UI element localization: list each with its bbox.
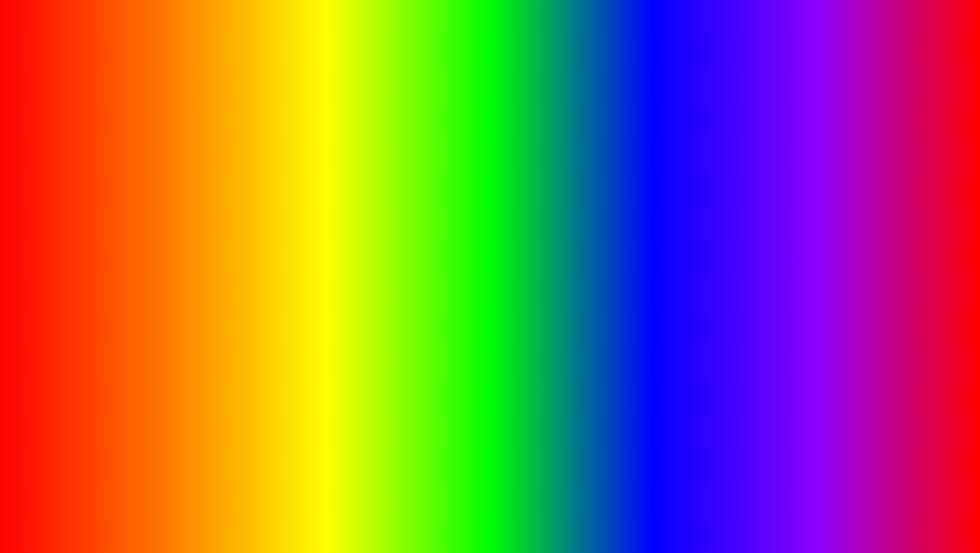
electric-claw-checkbox[interactable] <box>314 239 320 245</box>
rp-nav-bolt-icon[interactable]: ⚡ <box>694 313 702 321</box>
farm-no-quest-label: Auto Farm (No Quest) <box>72 224 121 230</box>
quest-section-title: [ \\ Swords Quest // ] <box>274 191 320 196</box>
kill-aura-checkbox[interactable] <box>747 223 753 229</box>
monster-info: Monster : Snow Demon [Lv. 2425] <box>61 191 137 196</box>
feature-text-left: NO MISS SKILL <box>56 157 251 188</box>
rp-nav-game-icon[interactable]: 🎮 <box>799 313 808 321</box>
nav-cart-icon[interactable]: 🛒 <box>253 313 262 321</box>
farm-no-quest-checkbox[interactable] <box>148 224 154 230</box>
island-esp-checkbox[interactable] <box>913 259 919 265</box>
rp-nav-gift-icon[interactable]: 🎁 <box>667 313 676 321</box>
nav-face-icon[interactable]: 😊 <box>226 313 235 321</box>
devil-fruit-esp-checkbox[interactable] <box>913 241 919 247</box>
super-human-checkbox[interactable] <box>314 221 320 227</box>
auto-awaken-checkbox[interactable] <box>747 241 753 247</box>
bottom-pastebin: PASTEBIN <box>642 487 824 528</box>
right-panel-nav: 🎁 ⚡ 📊 👥 👁 🎮 😊 🛒 ⊞ 👤 <box>656 308 923 324</box>
farm-boss-icon <box>61 251 69 257</box>
auto-next-island-checkbox[interactable] <box>747 250 753 256</box>
sharkman-item: Auto Sharkman Karate <box>161 228 321 237</box>
npc-esp-label: Npc ESP <box>762 269 782 274</box>
death-step-item: Auto Death Step <box>161 210 321 219</box>
farm-chest-checkbox[interactable] <box>148 242 154 248</box>
chest-esp-label: Chest ESP <box>762 223 787 229</box>
death-step-checkbox[interactable] <box>314 212 320 218</box>
nav-game-icon[interactable]: 🎮 <box>200 313 209 321</box>
right-panel-buttons: Buy Special Microchip 🍄 ⚡ Start Raid ⚡ <box>656 189 923 218</box>
farm-boss-item: Auto Farm Boss <box>60 250 155 259</box>
kill-aura-icon <box>660 223 668 229</box>
farm-chest-icon <box>61 242 69 248</box>
sharkman-checkbox[interactable] <box>314 230 320 236</box>
farm-chest-label: Auto Farm All Chest + Hop <box>72 243 132 248</box>
sharkman-label: Auto Sharkman Karate <box>162 230 214 236</box>
player-esp-checkbox[interactable] <box>913 232 919 238</box>
rp-nav-person-icon[interactable]: 👤 <box>903 313 912 321</box>
nav-person-icon[interactable]: 👤 <box>304 313 313 321</box>
farm-level-label: Auto Farm Level <box>74 214 111 219</box>
nav-group-icon[interactable]: 👥 <box>148 313 157 321</box>
chest-esp-checkbox[interactable] <box>913 223 919 229</box>
rp-nav-grid-icon[interactable]: ⊞ <box>879 313 886 321</box>
farm-no-quest-icon <box>61 224 69 230</box>
left-panel-left-col: Auto Farm Level Auto Farm (No Quest) Aut… <box>57 207 158 314</box>
fruit-esp-label: Fruit ESP <box>762 251 783 256</box>
rp-nav-chart-icon[interactable]: 📊 <box>721 313 729 321</box>
character-silhouette <box>460 316 520 458</box>
player-esp-label: Player ESP <box>762 232 788 238</box>
rp-nav-eye-icon[interactable]: 👁 <box>774 313 781 321</box>
main-title: BLOX FRUITS <box>0 8 980 101</box>
devil-fruit-esp-item: Devil Fruit ESP <box>761 239 920 249</box>
fruit-esp-checkbox[interactable] <box>913 250 919 256</box>
logo-fruits-text: FRUITS <box>848 520 914 538</box>
right-panel: Buy Special Microchip 🍄 ⚡ Start Raid ⚡ K… <box>655 188 924 325</box>
farm-nearest-icon <box>61 233 69 239</box>
nav-gift-icon[interactable]: 🎁 <box>68 313 77 321</box>
feature-text-right: MANY FEATURE <box>717 157 924 188</box>
farm-level-checkbox[interactable] <box>148 213 154 219</box>
rp-nav-cart-icon[interactable]: 🛒 <box>853 313 861 321</box>
left-panel-nav: 🎁 ⚡ 📊 👥 👁 🎮 😊 🛒 ⊞ 👤 <box>57 308 324 324</box>
auto-next-island-item: Auto Next Island <box>659 249 754 258</box>
dragon-talon-item: Auto Dragon Talon <box>161 247 321 256</box>
npc-esp-item: Npc ESP <box>761 267 920 276</box>
bottom-right-logo: 💀 BL X FRUITS <box>798 497 914 543</box>
nav-chart-icon[interactable]: 📊 <box>121 313 130 321</box>
nav-eye-icon[interactable]: 👁 <box>175 313 182 321</box>
farm-nearest-label: Auto Farm Nearest Mobs <box>72 233 128 239</box>
rp-nav-face-icon[interactable]: 😊 <box>826 313 834 321</box>
player-esp-item: Player ESP <box>761 230 920 239</box>
devil-fruit-esp-label: Devil Fruit ESP <box>762 241 796 247</box>
death-step-label: Auto Death Step <box>162 212 200 218</box>
dragon-talon-checkbox[interactable] <box>314 248 320 254</box>
farm-boss-checkbox[interactable] <box>148 251 154 257</box>
auto-awaken-label: Auto Awaken <box>671 241 700 247</box>
right-panel-left-col: Kill Aura Auto Dungeon Auto Awaken <box>656 218 758 310</box>
auto-dungeon-checkbox[interactable] <box>747 232 753 238</box>
farm-nearest-checkbox[interactable] <box>148 233 154 239</box>
bottom-auto-farm: AUTO FARM <box>156 468 487 533</box>
dragon-talon-label: Auto Dragon Talon <box>162 249 205 254</box>
super-human-label: Auto Super Human <box>162 221 206 227</box>
nav-grid-icon[interactable]: ⊞ <box>280 313 286 321</box>
electric-claw-label: Auto Electric Claw <box>162 239 204 245</box>
super-human-item: Auto Super Human <box>161 219 321 228</box>
left-panel-right-col: Auto Death Step Auto Super Human Auto Sh… <box>158 207 324 314</box>
buy-microchip-button[interactable]: Buy Special Microchip 🍄 <box>661 192 918 202</box>
nav-bolt-icon[interactable]: ⚡ <box>94 313 103 321</box>
bottom-script: SCRIPT <box>498 487 632 528</box>
chest-esp-item: Chest ESP <box>761 221 920 230</box>
auto-dungeon-item: Auto Dungeon <box>659 230 754 239</box>
npc-esp-checkbox[interactable] <box>913 268 919 274</box>
start-raid-button[interactable]: ⚡ Start Raid ⚡ <box>661 205 918 215</box>
logo-bl-text: BL X <box>848 502 914 520</box>
island-esp-label: Island ESP <box>762 260 787 265</box>
farm-nearest-item: Auto Farm Nearest Mobs <box>60 231 155 240</box>
auto-next-island-icon <box>660 250 668 256</box>
farm-level-item: Auto Farm Level <box>60 210 155 222</box>
auto-dungeon-label: Auto Dungeon <box>671 232 703 238</box>
auto-dungeon-icon <box>660 232 668 238</box>
island-esp-item: Island ESP <box>761 258 920 267</box>
fruit-esp-item: Fruit ESP <box>761 249 920 258</box>
rp-nav-group-icon[interactable]: 👥 <box>747 313 756 321</box>
